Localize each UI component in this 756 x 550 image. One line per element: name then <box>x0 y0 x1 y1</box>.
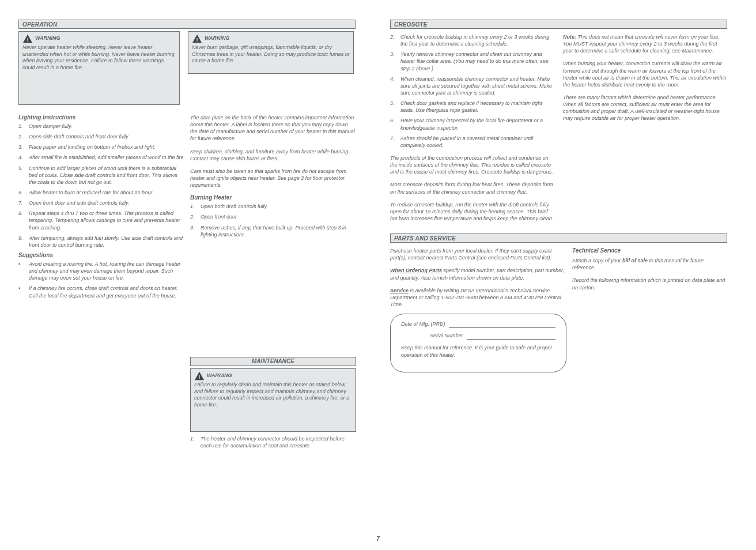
creosote-para: There are many factors which determine g… <box>563 94 728 122</box>
warning-body-maint: Failure to regularly clean and maintain … <box>194 382 352 409</box>
warning-body-1: Never operate heater while sleeping. Nev… <box>22 44 176 71</box>
service-para: When Ordering Parts specify model number… <box>390 267 566 281</box>
left-column: OPERATION ! WARNING Never operate heater… <box>18 20 356 453</box>
reg-serial-line <box>467 331 555 340</box>
maintenance-title: MAINTENANCE <box>252 358 294 364</box>
burning-heading: Burning Heater <box>190 194 356 201</box>
reg-mfg-line <box>449 320 555 328</box>
maint-step: Check for creosote buildup in chimney ev… <box>400 33 555 47</box>
lighting-step: Open front door and side draft controls … <box>29 199 186 206</box>
maint-step: When cleaned, reassemble chimney connect… <box>400 76 555 96</box>
parts-service-title: PARTS AND SERVICE <box>394 235 456 242</box>
tech-para: Attach a copy of your bill of sale to th… <box>572 257 728 271</box>
parts-service-section-bar: PARTS AND SERVICE <box>390 233 727 243</box>
registration-box: Date of Mfg. (PRD) Serial Number Keep th… <box>390 314 566 372</box>
operation-para: Care must also be taken so that sparks f… <box>190 168 356 189</box>
warning-icon: ! <box>192 34 202 43</box>
ordering-underline: When Ordering Parts <box>390 268 442 273</box>
service-col1: Purchase heater parts from your local de… <box>390 247 566 372</box>
creosote-para: The products of the combustion process w… <box>390 155 555 175</box>
tech-para: Record the following information which i… <box>572 277 728 291</box>
operation-para: The data plate on the back of this heate… <box>190 114 356 142</box>
lighting-step: Place paper and kindling on bottom of fi… <box>29 144 186 150</box>
operation-title: OPERATION <box>22 21 58 28</box>
svg-text:!: ! <box>27 36 28 43</box>
lighting-step: Open side draft controls and front door … <box>29 133 186 140</box>
suggestion-bullet: If a chimney fire occurs, close draft co… <box>29 285 186 299</box>
service-body: is available by writing DESA Internation… <box>390 288 561 307</box>
lighting-column: Lighting Instructions 1.Open damper full… <box>18 111 186 453</box>
lighting-heading: Lighting Instructions <box>18 114 186 120</box>
maint-step: Check door gaskets and replace if necess… <box>400 100 555 114</box>
warning-box-maint: ! WARNING Failure to regularly clean and… <box>190 368 356 432</box>
maint-step: Have your chimney inspected by the local… <box>400 117 555 131</box>
reg-keep-text: Keep this manual for reference. It is yo… <box>401 344 555 359</box>
warning-title-maint: WARNING <box>207 372 232 379</box>
service-para: Purchase heater parts from your local de… <box>390 247 566 261</box>
lighting-step: After tempering, always add fuel slowly.… <box>29 235 186 248</box>
warning-icon: ! <box>22 34 33 43</box>
maint-step: Ashes should be placed in a covered meta… <box>400 135 555 149</box>
suggestions-heading: Suggestions <box>18 252 186 258</box>
creosote-col2: Note: This does not mean that creosote w… <box>563 33 728 228</box>
warning-icon: ! <box>194 371 205 381</box>
lighting-step: After small fire is established, add sma… <box>29 154 186 161</box>
svg-text:!: ! <box>196 36 198 43</box>
operation-para: Keep children, clothing, and furniture a… <box>190 148 356 162</box>
service-para: Service is available by writing DESA Int… <box>390 287 566 308</box>
creosote-note: Note: This does not mean that creosote w… <box>563 33 728 54</box>
maint-step: The heater and chimney connector should … <box>201 435 356 449</box>
warning-box-sleep: ! WARNING Never operate heater while sle… <box>18 31 180 105</box>
burning-column: The data plate on the back of this heate… <box>190 114 356 453</box>
maintenance-section-bar: MAINTENANCE <box>190 357 356 366</box>
warning-box-garbage: ! WARNING Never burn garbage, gift wrapp… <box>188 31 354 74</box>
creosote-para: To reduce creosote buildup, run the heat… <box>390 201 555 222</box>
creosote-title: CREOSOTE <box>394 21 428 28</box>
right-column: CREOSOTE 2.Check for creosote buildup in… <box>390 20 727 453</box>
lighting-step: Open damper fully. <box>29 123 186 130</box>
reg-mfg-label: Date of Mfg. (PRD) <box>401 321 445 328</box>
operation-section-bar: OPERATION <box>18 20 356 29</box>
lighting-step: Continue to add larger pieces of wood un… <box>29 165 186 186</box>
warning-body-2: Never burn garbage, gift wrappings, flam… <box>192 44 350 65</box>
creosote-para: Most creosote deposits form during low h… <box>390 181 555 195</box>
lighting-step: Repeat steps 4 thru 7 two or three times… <box>29 210 186 231</box>
burning-step: Open front door. <box>201 213 356 220</box>
creosote-col1: 2.Check for creosote buildup in chimney … <box>390 33 555 228</box>
creosote-para: When burning your heater, convection cur… <box>563 60 728 88</box>
burning-step: Open both draft controls fully. <box>201 203 356 210</box>
svg-text:!: ! <box>198 374 200 380</box>
note-label: Note: <box>563 34 576 40</box>
reg-serial-label: Serial Number <box>430 332 463 340</box>
warning-title-2: WARNING <box>205 35 230 42</box>
tech-p1a: Attach a copy of your <box>572 258 622 263</box>
maint-step: Yearly remove chimney connector and clea… <box>400 51 555 71</box>
lighting-step: Allow heater to burn at reduced rate for… <box>29 189 186 196</box>
note-body: This does not mean that creosote will ne… <box>563 34 720 54</box>
tech-service-title: Technical Service <box>572 247 728 254</box>
warning-title-1: WARNING <box>35 35 61 42</box>
service-col2: Technical Service Attach a copy of your … <box>572 247 728 372</box>
tech-p1b: bill of sale <box>622 258 648 263</box>
service-underline: Service <box>390 288 409 293</box>
suggestion-bullet: Avoid creating a roaring fire. A hot, ro… <box>29 261 186 281</box>
page-number: 7 <box>376 536 380 542</box>
creosote-section-bar: CREOSOTE <box>390 20 727 29</box>
burning-step: Remove ashes, if any, that have built up… <box>201 224 356 238</box>
